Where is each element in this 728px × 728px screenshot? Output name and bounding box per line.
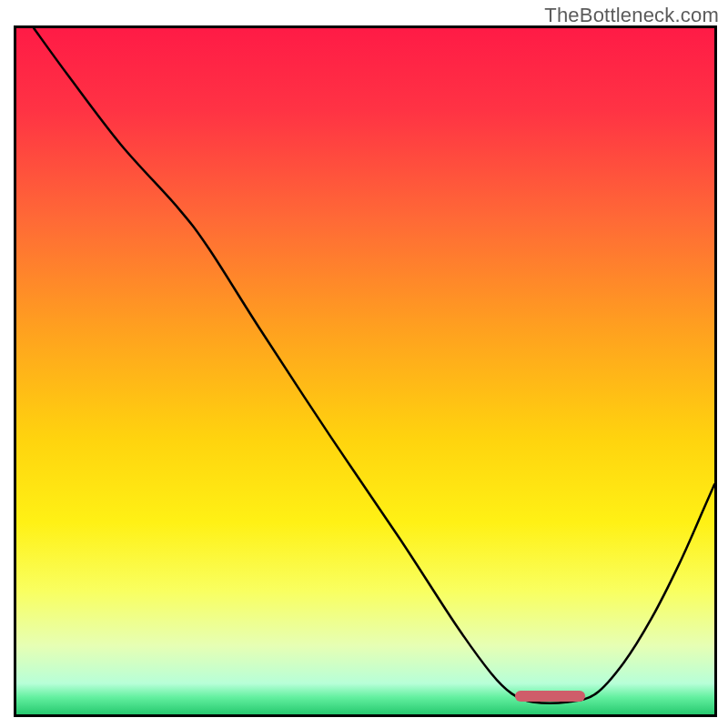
plot-area: [14, 25, 717, 717]
watermark-text: TheBottleneck.com: [544, 4, 719, 27]
gradient-background: [16, 28, 714, 714]
chart-frame: TheBottleneck.com: [0, 0, 728, 728]
plot-svg: [16, 28, 714, 714]
optimal-range-marker: [515, 691, 585, 702]
